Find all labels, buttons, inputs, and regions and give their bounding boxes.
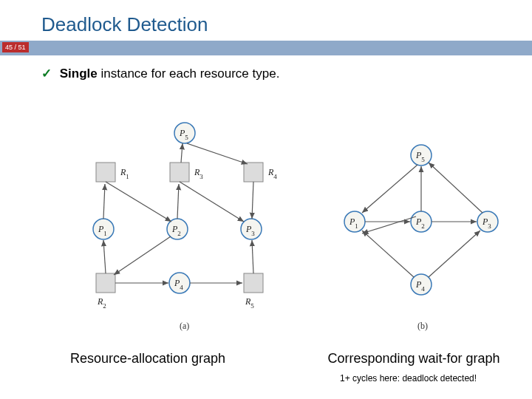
rag-svg: P5 R1 R3 R4 P1 P2 P3 R2 P4 R5 [59,118,310,340]
svg-line-23 [103,184,105,219]
caption-right: Corresponding wait-for graph [296,351,532,366]
svg-rect-4 [170,163,189,182]
svg-line-45 [362,216,416,233]
check-icon: ✓ [41,66,52,81]
svg-line-25 [180,182,244,222]
svg-text:R5: R5 [245,296,254,310]
svg-line-42 [362,165,417,213]
svg-text:R4: R4 [267,167,277,180]
svg-line-27 [103,240,106,273]
svg-line-20 [181,143,183,163]
svg-text:R2: R2 [97,296,106,310]
bullet-line: ✓ Single instance for each resource type… [0,55,532,81]
fig-b-label: (b) [417,321,428,331]
svg-line-21 [187,143,248,164]
header-bar: 45 / 51 [0,41,532,55]
svg-text:R1: R1 [120,167,129,180]
svg-line-48 [362,231,414,277]
svg-line-24 [177,184,179,219]
svg-rect-2 [96,163,115,182]
svg-line-29 [114,236,171,275]
svg-line-22 [106,182,171,222]
page-badge: 45 / 51 [2,42,29,52]
svg-line-26 [252,182,253,219]
diagram-area: P5 R1 R3 R4 P1 P2 P3 R2 P4 R5 [0,118,532,340]
bullet-rest: instance for each resource type. [98,66,280,81]
fig-a-label: (a) [180,321,189,331]
captions-row: Resource-allocation graph Corresponding … [0,351,532,366]
svg-rect-14 [96,273,115,293]
slide-title: Deadlock Detection [0,0,532,41]
svg-rect-18 [244,273,263,293]
svg-line-49 [429,231,480,277]
caption-left: Resource-allocation graph [0,351,296,366]
svg-line-30 [252,240,253,273]
svg-rect-6 [244,163,263,182]
bullet-strong: Single [60,66,98,81]
footnote: 1+ cycles here: deadlock detected! [340,373,477,383]
wfg-svg: P5 P1 P2 P3 P4 (b) [325,118,517,340]
svg-text:R3: R3 [194,167,203,180]
svg-line-47 [429,163,482,213]
